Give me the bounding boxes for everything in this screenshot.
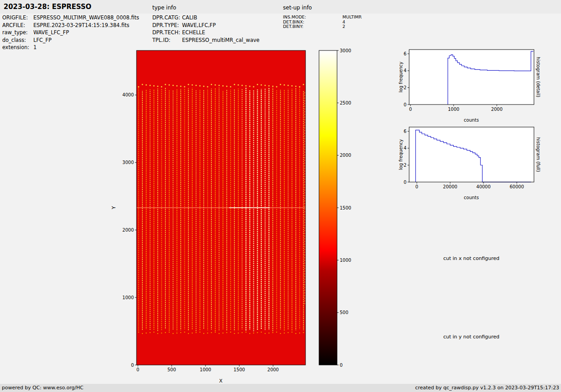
- svg-text:0: 0: [137, 367, 139, 372]
- svg-text:2000: 2000: [491, 107, 502, 112]
- svg-text:60000: 60000: [510, 184, 524, 189]
- hist-detail-title: histogram (detail): [536, 57, 541, 97]
- footer-credit-left: powered by QC: www.eso.org/HC: [2, 384, 83, 392]
- svg-text:0: 0: [404, 102, 406, 107]
- svg-text:20000: 20000: [443, 184, 457, 189]
- svg-text:3000: 3000: [340, 48, 351, 53]
- main-yaxis-label: Y: [111, 206, 117, 210]
- svg-text:500: 500: [340, 310, 348, 315]
- svg-text:4: 4: [404, 68, 406, 73]
- main-xaxis-label: X: [219, 378, 223, 384]
- svg-text:4000: 4000: [123, 92, 134, 97]
- svg-text:2500: 2500: [340, 100, 351, 105]
- svg-text:6: 6: [404, 51, 406, 56]
- svg-text:2: 2: [404, 163, 406, 168]
- hist-full-xaxis-label: counts: [464, 195, 479, 200]
- svg-text:1500: 1500: [233, 367, 245, 372]
- cut-y-note: cut in y not configured: [443, 334, 500, 340]
- footer-bar: powered by QC: www.eso.org/HC created by…: [0, 384, 561, 392]
- hist-full-title: histogram (full): [536, 137, 541, 172]
- hist-full-yaxis-label: log frequency: [398, 139, 403, 170]
- svg-text:1000: 1000: [448, 107, 459, 112]
- svg-text:2000: 2000: [267, 367, 278, 372]
- footer-credit-right: created by qc_rawdisp.py v1.2.3 on 2023-…: [415, 384, 559, 392]
- cut-x-note: cut in x not configured: [443, 255, 500, 261]
- svg-text:3000: 3000: [123, 160, 134, 165]
- svg-text:0: 0: [340, 363, 342, 368]
- svg-text:500: 500: [167, 367, 176, 372]
- hist-detail-xaxis-label: counts: [464, 118, 479, 123]
- svg-text:2: 2: [404, 85, 406, 90]
- svg-text:0: 0: [415, 184, 418, 189]
- svg-text:4: 4: [404, 146, 406, 150]
- svg-text:6: 6: [404, 129, 406, 134]
- svg-text:1500: 1500: [340, 205, 351, 210]
- hist-detail-yaxis-label: log frequency: [398, 62, 403, 93]
- svg-text:0: 0: [404, 180, 406, 185]
- svg-text:2000: 2000: [340, 153, 351, 158]
- svg-text:0: 0: [409, 107, 412, 112]
- svg-text:1000: 1000: [340, 258, 351, 263]
- svg-text:40000: 40000: [476, 184, 491, 189]
- svg-text:0: 0: [131, 363, 134, 368]
- svg-text:1000: 1000: [200, 367, 211, 372]
- svg-text:1000: 1000: [123, 295, 134, 300]
- svg-text:2000: 2000: [123, 228, 134, 232]
